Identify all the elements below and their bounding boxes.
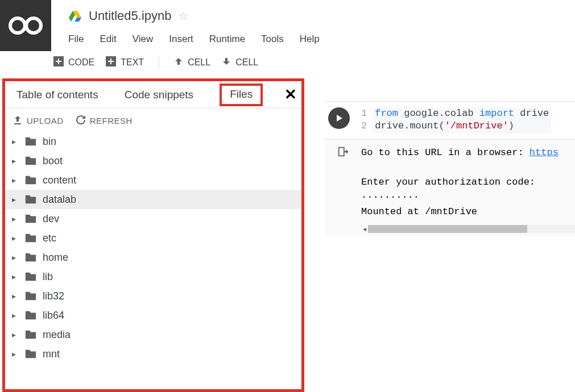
scroll-track[interactable] bbox=[368, 225, 575, 233]
menu-insert[interactable]: Insert bbox=[169, 34, 193, 45]
chevron-right-icon[interactable]: ▸ bbox=[12, 156, 19, 165]
file-tree[interactable]: ▸bin▸boot▸content▸datalab▸dev▸etc▸home▸l… bbox=[5, 132, 301, 385]
scroll-thumb[interactable] bbox=[368, 225, 527, 233]
menu-view[interactable]: View bbox=[133, 34, 154, 45]
document-title[interactable]: Untitled5.ipynb bbox=[89, 9, 172, 23]
folder-icon bbox=[24, 328, 37, 341]
folder-icon bbox=[24, 348, 37, 360]
tree-item-dev[interactable]: ▸dev bbox=[5, 209, 301, 228]
svg-rect-10 bbox=[108, 61, 114, 62]
folder-icon bbox=[24, 193, 37, 206]
chevron-right-icon[interactable]: ▸ bbox=[12, 214, 19, 223]
close-icon[interactable]: ✕ bbox=[284, 86, 297, 103]
tab-toc[interactable]: Table of contents bbox=[16, 84, 98, 106]
folder-icon bbox=[24, 232, 37, 244]
add-code-label: CODE bbox=[68, 57, 94, 68]
tree-item-mnt[interactable]: ▸mnt bbox=[5, 344, 301, 364]
plus-icon bbox=[53, 56, 64, 69]
svg-marker-3 bbox=[75, 18, 81, 22]
code-cell[interactable]: 12 from google.colab import drive drive.… bbox=[325, 101, 575, 236]
tree-item-content[interactable]: ▸content bbox=[5, 170, 301, 190]
folder-icon bbox=[24, 309, 37, 322]
chevron-right-icon[interactable]: ▸ bbox=[12, 195, 19, 204]
upload-label: UPLOAD bbox=[27, 116, 64, 126]
tree-item-label: boot bbox=[43, 155, 63, 167]
tree-item-datalab[interactable]: ▸datalab bbox=[5, 190, 301, 209]
svg-point-1 bbox=[26, 18, 41, 33]
toolbar-separator bbox=[159, 56, 159, 69]
refresh-icon bbox=[76, 115, 85, 126]
refresh-button[interactable]: REFRESH bbox=[76, 115, 133, 126]
folder-icon bbox=[24, 174, 37, 186]
toolbar: CODE TEXT CELL CELL bbox=[0, 51, 575, 74]
folder-icon bbox=[24, 212, 37, 225]
panel-actions: UPLOAD REFRESH bbox=[5, 109, 301, 132]
tree-item-etc[interactable]: ▸etc bbox=[5, 228, 301, 248]
auth-link[interactable]: https bbox=[530, 147, 559, 158]
tree-item-lib32[interactable]: ▸lib32 bbox=[5, 286, 301, 306]
add-text-button[interactable]: TEXT bbox=[106, 56, 144, 69]
run-button[interactable] bbox=[328, 107, 350, 129]
cell-down-label: CELL bbox=[235, 57, 258, 68]
star-icon[interactable]: ☆ bbox=[179, 9, 189, 23]
menu-runtime[interactable]: Runtime bbox=[209, 34, 245, 45]
svg-rect-7 bbox=[56, 61, 61, 62]
colab-logo[interactable] bbox=[0, 0, 51, 51]
tree-item-label: lib bbox=[43, 271, 53, 283]
menu-file[interactable]: File bbox=[68, 34, 84, 45]
menu-help[interactable]: Help bbox=[300, 34, 320, 45]
upload-icon bbox=[13, 115, 22, 126]
folder-icon bbox=[24, 270, 37, 283]
add-code-button[interactable]: CODE bbox=[53, 56, 94, 69]
arrow-down-icon bbox=[222, 57, 231, 68]
tree-item-label: lib64 bbox=[43, 310, 64, 322]
output-icon[interactable] bbox=[325, 140, 361, 225]
tree-item-label: content bbox=[43, 174, 76, 186]
cell-up-button[interactable]: CELL bbox=[174, 57, 210, 68]
chevron-right-icon[interactable]: ▸ bbox=[12, 349, 19, 358]
cell-down-button[interactable]: CELL bbox=[222, 57, 258, 68]
chevron-right-icon[interactable]: ▸ bbox=[12, 137, 19, 146]
tree-item-label: datalab bbox=[43, 194, 76, 206]
chevron-right-icon[interactable]: ▸ bbox=[12, 176, 19, 185]
chevron-right-icon[interactable]: ▸ bbox=[12, 291, 19, 301]
chevron-right-icon[interactable]: ▸ bbox=[12, 330, 19, 339]
files-panel: Table of contents Code snippets Files ✕ … bbox=[2, 78, 304, 392]
upload-button[interactable]: UPLOAD bbox=[13, 115, 64, 126]
refresh-label: REFRESH bbox=[90, 116, 133, 126]
tree-item-lib64[interactable]: ▸lib64 bbox=[5, 306, 301, 325]
scroll-left-icon[interactable]: ◂ bbox=[361, 225, 368, 233]
tree-item-lib[interactable]: ▸lib bbox=[5, 267, 301, 286]
tree-item-label: etc bbox=[43, 232, 56, 244]
tree-item-label: bin bbox=[43, 136, 56, 148]
chevron-right-icon[interactable]: ▸ bbox=[12, 311, 19, 320]
plus-icon bbox=[106, 56, 116, 69]
drive-icon bbox=[68, 9, 82, 23]
tree-item-bin[interactable]: ▸bin bbox=[5, 132, 301, 151]
tree-item-label: lib32 bbox=[43, 290, 64, 302]
tab-files[interactable]: Files bbox=[220, 84, 263, 106]
menu-tools[interactable]: Tools bbox=[261, 34, 284, 45]
tree-item-label: home bbox=[43, 252, 68, 264]
code-gutter: 12 bbox=[361, 107, 373, 134]
tree-item-label: mnt bbox=[43, 348, 60, 360]
menu-bar: File Edit View Insert Runtime Tools Help bbox=[68, 34, 575, 45]
chevron-right-icon[interactable]: ▸ bbox=[12, 272, 19, 281]
code-editor[interactable]: from google.colab import drive drive.mou… bbox=[373, 107, 551, 134]
menu-edit[interactable]: Edit bbox=[100, 34, 116, 45]
output-text: Go to this URL in a browser: https Enter… bbox=[361, 140, 559, 225]
add-text-label: TEXT bbox=[121, 57, 144, 68]
tab-snippets[interactable]: Code snippets bbox=[125, 84, 193, 106]
chevron-right-icon[interactable]: ▸ bbox=[12, 253, 19, 262]
cell-output: Go to this URL in a browser: https Enter… bbox=[325, 139, 575, 225]
tree-item-home[interactable]: ▸home bbox=[5, 248, 301, 267]
tree-item-media[interactable]: ▸media bbox=[5, 325, 301, 344]
chevron-right-icon[interactable]: ▸ bbox=[12, 233, 19, 243]
tree-item-label: dev bbox=[43, 213, 59, 225]
folder-icon bbox=[24, 155, 37, 167]
output-scrollbar[interactable]: ◂ bbox=[325, 225, 575, 236]
folder-icon bbox=[24, 251, 37, 264]
notebook-area: 12 from google.colab import drive drive.… bbox=[304, 78, 575, 236]
tree-item-boot[interactable]: ▸boot bbox=[5, 151, 301, 170]
svg-point-0 bbox=[10, 18, 25, 33]
